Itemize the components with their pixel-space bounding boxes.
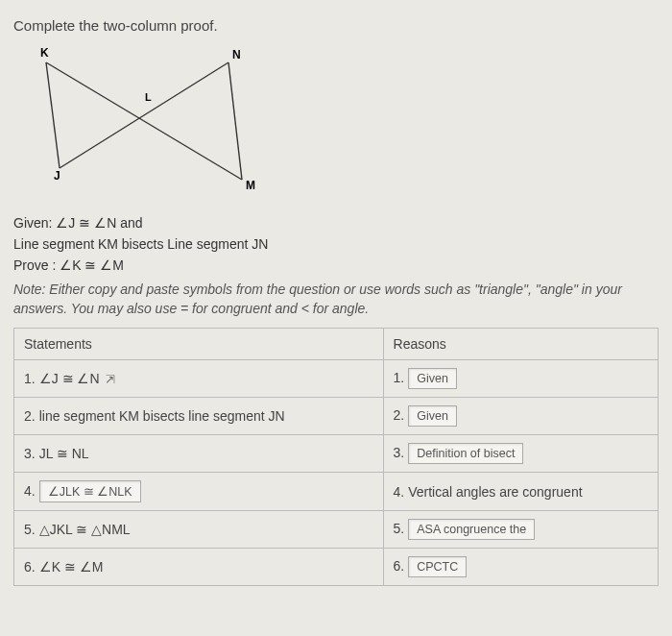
statement-input[interactable]: ∠JLK ≅ ∠NLK bbox=[39, 480, 141, 502]
given-line-1: Given: ∠J ≅ ∠N and bbox=[13, 215, 659, 231]
header-reasons: Reasons bbox=[383, 329, 658, 360]
reason-cell: 5.ASA congruence the bbox=[383, 511, 658, 549]
statement-cell: 1.∠J ≅ ∠N⇱ bbox=[14, 360, 384, 398]
reason-number: 1. bbox=[394, 370, 405, 385]
reason-input[interactable]: Definition of bisect bbox=[408, 443, 523, 464]
proof-table: Statements Reasons 1.∠J ≅ ∠N⇱1.Given2.li… bbox=[13, 328, 659, 586]
geometry-diagram: K N L J M bbox=[33, 45, 659, 202]
reason-number: 4. bbox=[394, 484, 405, 500]
prove-prefix: Prove : bbox=[13, 257, 60, 273]
reason-input[interactable]: Given bbox=[408, 405, 457, 427]
table-row: 4.∠JLK ≅ ∠NLK4.Vertical angles are congr… bbox=[14, 473, 659, 511]
reason-input[interactable]: CPCTC bbox=[408, 556, 467, 577]
statement-text: line segment KM bisects line segment JN bbox=[39, 408, 285, 424]
given-section: Given: ∠J ≅ ∠N and Line segment KM bisec… bbox=[13, 215, 659, 273]
prove-line: Prove : ∠K ≅ ∠M bbox=[13, 257, 659, 273]
svg-line-0 bbox=[46, 62, 60, 168]
reason-cell: 1.Given bbox=[383, 360, 658, 398]
statement-cell: 5.△JKL ≅ △NML bbox=[14, 511, 384, 549]
reason-number: 5. bbox=[394, 521, 405, 536]
label-j: J bbox=[54, 169, 60, 183]
reason-number: 6. bbox=[394, 558, 405, 574]
statement-number: 1. bbox=[24, 371, 36, 386]
svg-line-1 bbox=[60, 62, 228, 168]
reason-number: 3. bbox=[394, 445, 405, 460]
cursor-icon: ⇱ bbox=[106, 373, 115, 386]
label-k: K bbox=[40, 46, 49, 60]
reason-number: 2. bbox=[394, 407, 405, 423]
reason-cell: 6.CPCTC bbox=[383, 549, 658, 586]
label-m: M bbox=[246, 179, 255, 192]
given-line-2: Line segment KM bisects Line segment JN bbox=[13, 236, 659, 252]
table-row: 1.∠J ≅ ∠N⇱1.Given bbox=[14, 360, 659, 398]
prove-math: ∠K ≅ ∠M bbox=[60, 257, 124, 273]
table-row: 3.JL ≅ NL3.Definition of bisect bbox=[14, 435, 659, 473]
reason-input[interactable]: Given bbox=[408, 368, 457, 389]
statement-text: JL ≅ NL bbox=[39, 446, 89, 461]
statement-cell: 4.∠JLK ≅ ∠NLK bbox=[14, 473, 384, 511]
reason-cell: 3.Definition of bisect bbox=[383, 435, 658, 473]
statement-number: 6. bbox=[24, 559, 36, 575]
table-row: 5.△JKL ≅ △NML5.ASA congruence the bbox=[14, 511, 659, 549]
statement-text: ∠J ≅ ∠N bbox=[39, 371, 100, 386]
table-row: 6.∠K ≅ ∠M6.CPCTC bbox=[14, 549, 659, 586]
statement-cell: 6.∠K ≅ ∠M bbox=[14, 549, 384, 586]
statement-number: 2. bbox=[24, 408, 36, 424]
reason-text: Vertical angles are congruent bbox=[408, 484, 582, 500]
label-l: L bbox=[145, 91, 152, 103]
statement-text: △JKL ≅ △NML bbox=[39, 522, 131, 537]
statement-text: ∠K ≅ ∠M bbox=[39, 559, 104, 575]
statement-cell: 2.line segment KM bisects line segment J… bbox=[14, 398, 384, 435]
statement-number: 5. bbox=[24, 522, 36, 537]
reason-cell: 4.Vertical angles are congruent bbox=[383, 473, 658, 511]
statement-number: 3. bbox=[24, 446, 36, 461]
note-text: Note: Either copy and paste symbols from… bbox=[13, 281, 659, 318]
header-statements: Statements bbox=[14, 329, 384, 360]
page-title: Complete the two-column proof. bbox=[13, 17, 659, 34]
table-row: 2.line segment KM bisects line segment J… bbox=[14, 398, 659, 435]
reason-cell: 2.Given bbox=[383, 398, 658, 435]
given-prefix: Given: bbox=[13, 215, 56, 231]
reason-input[interactable]: ASA congruence the bbox=[408, 519, 535, 540]
label-n: N bbox=[232, 48, 241, 61]
statement-number: 4. bbox=[24, 483, 36, 499]
given-math-1: ∠J ≅ ∠N and bbox=[56, 215, 142, 231]
svg-line-3 bbox=[228, 62, 242, 180]
svg-line-2 bbox=[46, 62, 242, 180]
statement-cell: 3.JL ≅ NL bbox=[14, 435, 384, 473]
